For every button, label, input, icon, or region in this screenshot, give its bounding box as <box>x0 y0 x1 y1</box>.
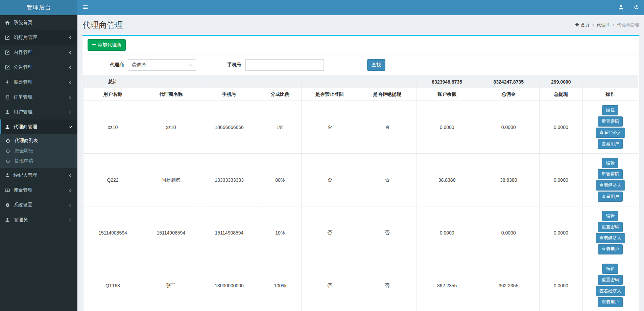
table-cell: 1% <box>259 101 301 154</box>
table-cell: 38.8380 <box>478 154 539 206</box>
user-icon <box>5 218 14 222</box>
filter-row: 代理商 请选择 手机号 查找 <box>82 54 639 75</box>
actions-cell: 编辑重置密码查看经济人查看用户 <box>582 154 638 206</box>
view-user-button[interactable]: 查看用户 <box>598 139 623 149</box>
sidebar-item-slides[interactable]: 幻灯片管理 <box>0 30 77 45</box>
view-broker-button[interactable]: 查看经济人 <box>596 128 625 138</box>
edit-button[interactable]: 编辑 <box>602 264 618 274</box>
search-button[interactable]: 查找 <box>367 59 385 71</box>
sidebar-subitem-agent-list[interactable]: 代理商列表 <box>0 136 77 146</box>
sidebar-item-label: 代理商管理 <box>14 124 37 130</box>
top-navbar <box>77 0 644 15</box>
column-header: 操作 <box>582 88 638 101</box>
view-user-button[interactable]: 查看用户 <box>598 244 623 254</box>
agent-select[interactable]: 请选择 <box>128 59 196 71</box>
edit-button[interactable]: 编辑 <box>602 105 618 115</box>
table-cell: 否 <box>358 154 416 206</box>
agent-filter-label: 代理商 <box>110 62 124 68</box>
sidebar-subitem-label: 提现申请 <box>15 158 33 164</box>
sidebar-item-users[interactable]: 用户管理 <box>0 105 77 119</box>
table-cell: 0.0000 <box>478 206 539 259</box>
sidebar-item-agents[interactable]: 代理商管理 <box>0 119 77 134</box>
table-cell: 100% <box>259 259 301 311</box>
sidebar-subitem-withdrawal-requests[interactable]: 提现申请 <box>0 156 77 166</box>
table-row: 15114908594151149085941511490859410%否否0.… <box>84 206 638 259</box>
view-broker-button[interactable]: 查看经济人 <box>596 233 625 243</box>
reset-password-button[interactable]: 重置密码 <box>598 275 623 285</box>
column-header: 是否拒绝提现 <box>358 88 416 101</box>
circle-o-icon <box>6 149 15 153</box>
user-icon <box>5 125 14 129</box>
sidebar-item-announcements[interactable]: 公告管理 <box>0 60 77 75</box>
sidebar-item-label: 经纪人管理 <box>14 172 37 178</box>
table-cell: Q222 <box>84 154 142 206</box>
chevron-left-icon <box>68 65 72 69</box>
user-icon <box>619 5 624 11</box>
table-row: QT168张三13000000000100%否否362.2355362.2355… <box>84 259 638 311</box>
chevron-left-icon <box>68 203 72 207</box>
sidebar-item-orders[interactable]: 订单管理 <box>0 90 77 105</box>
column-header: 总佣金 <box>478 88 539 101</box>
table-cell: 0.0000 <box>416 101 478 154</box>
column-header: 总提现 <box>539 88 582 101</box>
view-user-button[interactable]: 查看用户 <box>598 297 623 307</box>
agents-table: 总计8323948.87358324247.8735299.0000用户名称代理… <box>83 75 638 311</box>
user-menu[interactable] <box>614 0 629 15</box>
plus-icon <box>92 42 98 48</box>
book-icon <box>5 95 14 99</box>
sidebar-item-content[interactable]: 内容管理 <box>0 45 77 60</box>
reset-password-button[interactable]: 重置密码 <box>598 222 623 232</box>
content: 添加代理商 代理商 请选择 手机号 查找 总计8323948.873583242… <box>77 35 644 311</box>
content-header: 代理商管理 首页代理商代理商管理 <box>77 15 644 35</box>
edit-button[interactable]: 编辑 <box>602 158 618 168</box>
app-logo[interactable]: 管理后台 <box>0 0 77 15</box>
phone-input[interactable] <box>245 59 324 71</box>
chevron-down-icon <box>189 62 192 68</box>
table-cell: 15114908594 <box>200 206 259 259</box>
sidebar-item-brokers[interactable]: 经纪人管理 <box>0 168 77 183</box>
add-agent-button-label: 添加代理商 <box>98 42 121 48</box>
chevron-left-icon <box>68 50 72 54</box>
table-cell: 362.2355 <box>416 259 478 311</box>
edit-icon <box>5 35 14 40</box>
table-cell: 否 <box>358 101 416 154</box>
breadcrumb-label: 首页 <box>581 22 590 28</box>
sidebar-item-label: 公告管理 <box>14 64 32 70</box>
sidebar-toggle[interactable] <box>77 0 93 15</box>
view-user-button[interactable]: 查看用户 <box>598 192 623 202</box>
table-cell: 10% <box>259 206 301 259</box>
sidebar-item-system-home[interactable]: 系统首页 <box>0 15 77 30</box>
view-broker-button[interactable]: 查看经济人 <box>596 286 625 296</box>
view-broker-button[interactable]: 查看经济人 <box>596 180 625 191</box>
table-cell: 38.8380 <box>416 154 478 206</box>
table-header-row: 用户名称代理商名称手机号分成比例是否禁止登陆是否拒绝提现账户余额总佣金总提现操作 <box>84 88 638 101</box>
circle-o-icon <box>6 159 15 163</box>
sidebar-item-commission[interactable]: 佣金管理 <box>0 183 77 198</box>
sidebar-subitem-label: 资金明细 <box>15 148 33 154</box>
sidebar-item-label: 管理员 <box>14 217 28 223</box>
sidebar-item-settings[interactable]: 系统设置 <box>0 198 77 213</box>
logout-button[interactable] <box>629 0 644 15</box>
sidebar-item-admin[interactable]: 管理员 <box>0 213 77 227</box>
navbar-right <box>614 0 644 15</box>
table-cell: xz10 <box>142 101 200 154</box>
sidebar-item-stocks[interactable]: 股票管理 <box>0 75 77 90</box>
edit-button[interactable]: 编辑 <box>602 211 618 221</box>
table-wrap: 总计8323948.87358324247.8735299.0000用户名称代理… <box>82 75 639 311</box>
chevron-left-icon <box>68 218 72 222</box>
sidebar-item-label: 系统首页 <box>14 20 32 26</box>
breadcrumb-item-home[interactable]: 首页 <box>575 22 590 28</box>
sidebar-subitem-fund-details[interactable]: 资金明细 <box>0 146 77 156</box>
breadcrumb-item-agents[interactable]: 代理商 <box>590 22 610 28</box>
page-title: 代理商管理 <box>82 20 123 30</box>
table-cell: 15114908594 <box>84 206 142 259</box>
reset-password-button[interactable]: 重置密码 <box>598 169 623 179</box>
total-value-cell <box>301 76 358 88</box>
edit-icon <box>5 65 14 70</box>
column-header: 代理商名称 <box>142 88 200 101</box>
reset-password-button[interactable]: 重置密码 <box>598 116 623 127</box>
chevron-left-icon <box>68 173 72 177</box>
add-agent-button[interactable]: 添加代理商 <box>88 39 126 51</box>
breadcrumb-label: 代理商管理 <box>617 22 639 28</box>
sidebar-item-label: 内容管理 <box>14 49 32 55</box>
